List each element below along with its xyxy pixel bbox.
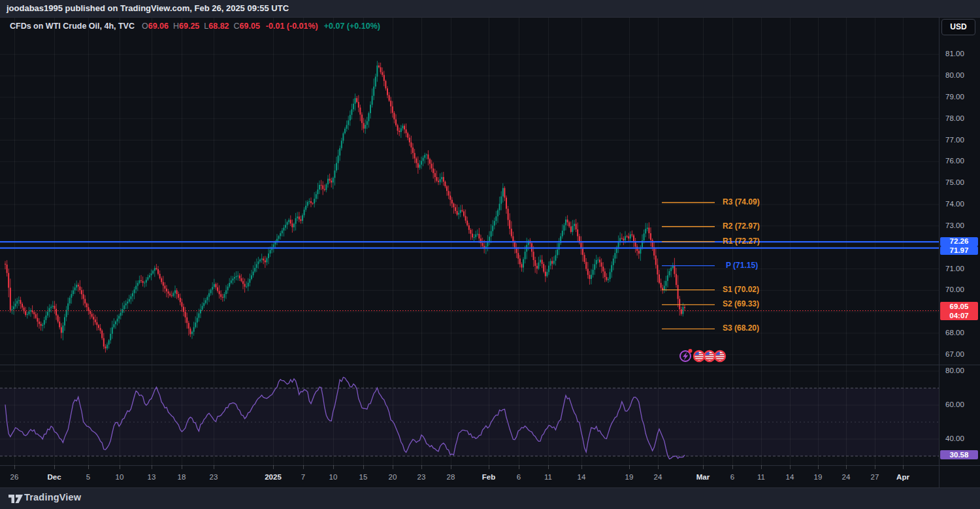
rsi-value-label: 30.58 [940,450,978,459]
tradingview-logo-icon[interactable] [8,493,25,504]
chart-canvas[interactable] [0,0,980,509]
time-tick-label: 10 [105,473,134,481]
tradingview-snapshot: joodabas1995 published on TradingView.co… [0,0,980,509]
time-tick-label: 14 [776,473,804,481]
price-axis-label: 76.00 [945,157,964,165]
time-tick-label: 28 [436,473,465,481]
time-tick-label: 7 [289,473,318,481]
publish-info: joodabas1995 published on TradingView.co… [7,3,289,13]
time-tick-label: 10 [319,473,348,481]
time-tick-label: Dec [40,473,69,481]
ohlc-value: 69.05 [240,22,260,31]
price-axis-label: 68.00 [945,329,964,337]
symbol-legend: CFDs on WTI Crude Oil, 4h, TVCO69.06H69.… [10,22,380,31]
time-tick-label: 18 [167,473,196,481]
symbol-title: CFDs on WTI Crude Oil, 4h, TVC [10,22,135,31]
time-tick-label: 20 [378,473,407,481]
time-tick-label: 11 [747,473,776,481]
price-axis-label: 75.00 [945,178,964,186]
change-value: -0.01 (-0.01%) [266,22,318,31]
time-tick-label: 11 [534,473,563,481]
time-tick-label: 24 [832,473,860,481]
ohlc-values: O69.06H69.25L68.82C69.05 [137,22,260,31]
pivot-label-r3: R3 (74.09) [723,197,760,206]
time-tick-label: 19 [804,473,832,481]
pivot-label-s2: S2 (69.33) [723,299,759,308]
ohlc-pair: C69.05 [234,22,260,31]
time-tick-label: 19 [615,473,644,481]
ohlc-label: C [234,22,240,31]
time-tick-label: 2025 [259,473,287,481]
time-tick-label: 26 [0,473,29,481]
ohlc-value: 69.25 [179,22,199,31]
price-axis-label: 73.00 [945,222,964,229]
currency-toggle-button[interactable]: USD [941,19,975,35]
price-axis-label: 79.00 [945,93,964,101]
ohlc-value: 69.06 [148,22,169,31]
price-axis-label: 80.00 [945,71,964,79]
ohlc-pair: H69.25 [173,22,199,31]
pivot-label-s3: S3 (68.20) [723,323,759,333]
rsi-axis-label: 40.00 [945,435,964,442]
ohlc-label: O [142,22,148,31]
time-tick-label: 6 [718,473,747,481]
time-tick-label: 5 [74,473,103,481]
ohlc-pair: L68.82 [204,22,229,31]
price-axis-label: 74.00 [945,200,964,208]
price-axis-label: 67.00 [945,350,964,358]
level-price-label-1: 72.26 [940,237,978,246]
level-price-label-2: 71.97 [940,246,978,255]
time-tick-label: 13 [137,473,166,481]
countdown-timer: 04:07 [940,311,978,320]
time-tick-label: 27 [860,473,889,481]
price-axis-label: 78.00 [945,114,964,122]
rsi-axis-label: 60.00 [945,401,964,408]
ohlc-value: 68.82 [208,22,229,31]
pivot-label-r2: R2 (72.97) [723,222,760,231]
event-markers[interactable] [680,349,725,361]
price-axis-label: 71.00 [945,265,964,272]
pivot-label-p: P (71.15) [726,261,758,270]
header-bar: joodabas1995 published on TradingView.co… [0,0,980,18]
ohlc-label: H [173,22,179,31]
pivot-label-r1: R1 (72.27) [723,237,760,246]
price-axis-label: 81.00 [945,50,964,57]
rsi-axis-label: 80.00 [945,367,964,374]
time-tick-label: Apr [889,473,917,481]
extended-change-value: +0.07 (+0.10%) [324,22,380,31]
tradingview-brand[interactable]: TradingView [24,492,81,502]
ohlc-pair: O69.06 [142,22,169,31]
time-tick-label: 24 [644,473,672,481]
time-tick-label: Mar [689,473,717,481]
last-price-value: 69.05 [940,302,978,311]
time-tick-label: 6 [504,473,533,481]
pivot-label-s1: S1 (70.02) [723,285,759,294]
time-tick-label: 15 [349,473,378,481]
footer-bar: TradingView [0,487,980,509]
time-tick-label: 23 [199,473,228,481]
candlestick-series [5,61,685,352]
time-tick-label: Feb [474,473,503,481]
last-price-label: 69.05 04:07 [940,302,978,320]
price-axis-label: 77.00 [945,136,964,144]
price-axis-label: 70.00 [945,286,964,293]
time-tick-label: 23 [407,473,436,481]
time-tick-label: 14 [567,473,596,481]
